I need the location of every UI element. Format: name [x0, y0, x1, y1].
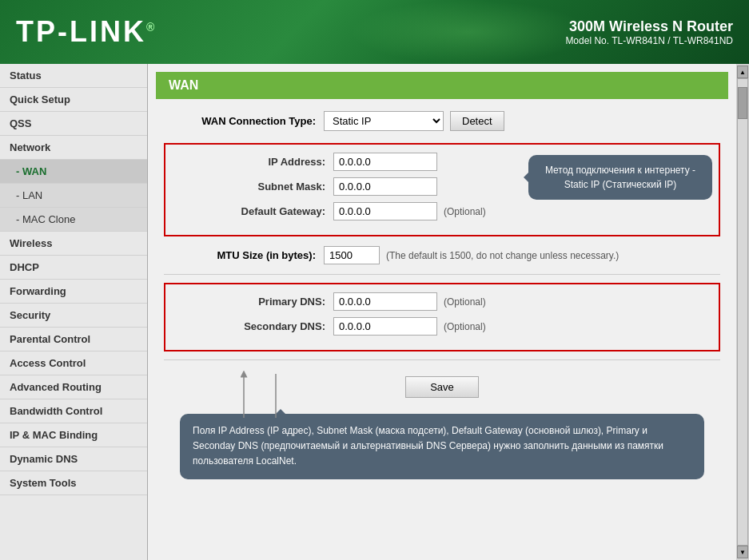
- ip-address-input[interactable]: [333, 153, 437, 171]
- wan-connection-type-label: WAN Connection Type:: [164, 115, 324, 127]
- sidebar-item-lan[interactable]: - LAN: [0, 184, 147, 208]
- bottom-tooltip-text: Поля IP Address (IP адрес), Subnet Mask …: [193, 425, 663, 467]
- mtu-hint: (The default is 1500, do not change unle…: [386, 250, 619, 261]
- secondary-dns-hint: (Optional): [444, 321, 486, 332]
- sidebar-item-parental-control[interactable]: Parental Control: [0, 328, 147, 351]
- primary-dns-hint: (Optional): [444, 296, 486, 308]
- default-gateway-row: Default Gateway: (Optional): [173, 202, 711, 220]
- main-layout: Status Quick Setup QSS Network - WAN - L…: [0, 64, 749, 560]
- sidebar-item-wan[interactable]: - WAN: [0, 160, 147, 184]
- scroll-track[interactable]: [737, 78, 748, 546]
- divider: [164, 274, 720, 275]
- scroll-thumb[interactable]: [738, 87, 747, 119]
- sidebar-item-qss[interactable]: QSS: [0, 112, 147, 136]
- sidebar-item-quick-setup[interactable]: Quick Setup: [0, 88, 147, 112]
- primary-dns-row: Primary DNS: (Optional): [173, 292, 711, 311]
- dns-config-section: Primary DNS: (Optional) Secondary DNS: (…: [164, 283, 720, 351]
- sidebar-item-ip-mac-binding[interactable]: IP & MAC Binding: [0, 423, 147, 447]
- logo-reg: ®: [146, 21, 157, 34]
- gateway-hint: (Optional): [444, 206, 486, 217]
- sidebar-item-dhcp[interactable]: DHCP: [0, 256, 147, 280]
- secondary-dns-input[interactable]: [333, 317, 437, 336]
- save-button[interactable]: Save: [405, 376, 479, 398]
- mtu-input[interactable]: [324, 246, 380, 264]
- default-gateway-label: Default Gateway:: [173, 205, 333, 217]
- divider-2: [164, 359, 720, 360]
- sidebar-item-forwarding[interactable]: Forwarding: [0, 280, 147, 304]
- bottom-tooltip-wrapper: Поля IP Address (IP адрес), Subnet Mask …: [164, 414, 720, 479]
- scroll-up-button[interactable]: ▲: [737, 66, 748, 78]
- save-row: Save: [148, 368, 736, 406]
- header: TP-LINK® 300M Wireless N Router Model No…: [0, 0, 749, 64]
- header-product-info: 300M Wireless N Router Model No. TL-WR84…: [565, 18, 733, 46]
- mtu-row: MTU Size (in bytes): (The default is 150…: [148, 246, 736, 264]
- sidebar-item-access-control[interactable]: Access Control: [0, 351, 147, 375]
- secondary-dns-row: Secondary DNS: (Optional): [173, 317, 711, 336]
- tooltip-static-text: Метод подключения к интернету - Static I…: [545, 165, 695, 190]
- sidebar-item-advanced-routing[interactable]: Advanced Routing: [0, 375, 147, 399]
- logo-text: TP-LINK: [16, 15, 146, 48]
- primary-dns-input[interactable]: [333, 292, 437, 311]
- default-gateway-input[interactable]: [333, 202, 437, 220]
- mtu-label: MTU Size (in bytes):: [164, 249, 324, 261]
- wan-connection-type-select[interactable]: Static IP Dynamic IP PPPoE L2TP PPTP: [324, 111, 444, 131]
- wan-connection-type-row: WAN Connection Type: Static IP Dynamic I…: [148, 111, 736, 131]
- sidebar: Status Quick Setup QSS Network - WAN - L…: [0, 64, 148, 560]
- tooltip-static-ip: Метод подключения к интернету - Static I…: [528, 155, 712, 200]
- sidebar-item-bandwidth-control[interactable]: Bandwidth Control: [0, 399, 147, 423]
- model-number: Model No. TL-WR841N / TL-WR841ND: [565, 35, 733, 46]
- sidebar-item-wireless[interactable]: Wireless: [0, 232, 147, 256]
- sidebar-item-network[interactable]: Network: [0, 136, 147, 160]
- subnet-mask-input[interactable]: [333, 177, 437, 196]
- logo: TP-LINK®: [16, 15, 157, 49]
- primary-dns-label: Primary DNS:: [173, 296, 333, 308]
- sidebar-item-dynamic-dns[interactable]: Dynamic DNS: [0, 447, 147, 471]
- subnet-mask-label: Subnet Mask:: [173, 181, 333, 193]
- scroll-down-button[interactable]: ▼: [737, 546, 748, 558]
- bottom-tooltip: Поля IP Address (IP адрес), Subnet Mask …: [180, 414, 704, 479]
- sidebar-item-security[interactable]: Security: [0, 304, 147, 328]
- scrollbar[interactable]: ▲ ▼: [736, 64, 749, 560]
- secondary-dns-label: Secondary DNS:: [173, 320, 333, 332]
- product-title: 300M Wireless N Router: [565, 18, 733, 35]
- sidebar-item-system-tools[interactable]: System Tools: [0, 471, 147, 495]
- content-inner: WAN WAN Connection Type: Static IP Dynam…: [148, 72, 736, 495]
- section-title: WAN: [156, 72, 728, 99]
- detect-button[interactable]: Detect: [450, 111, 504, 131]
- sidebar-item-status[interactable]: Status: [0, 64, 147, 88]
- content-area: WAN WAN Connection Type: Static IP Dynam…: [148, 64, 736, 560]
- ip-address-label: IP Address:: [173, 156, 333, 168]
- sidebar-item-mac-clone[interactable]: - MAC Clone: [0, 208, 147, 232]
